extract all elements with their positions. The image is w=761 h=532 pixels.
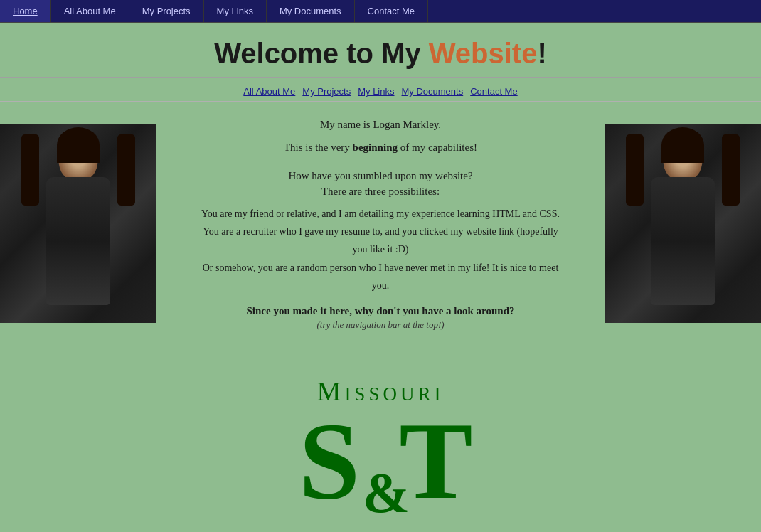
left-person-image (0, 124, 156, 323)
intro-suffix: of my capabilites! (398, 142, 477, 153)
list-item1: You are my friend or relative, and I am … (201, 208, 560, 219)
question-prefix: There are (321, 186, 365, 197)
nav-contact[interactable]: Contact Me (355, 0, 428, 22)
hair-long-left-right (626, 134, 644, 206)
welcome-prefix: Welcome to My (214, 38, 429, 69)
nav-projects[interactable]: My Projects (129, 0, 204, 22)
welcome-highlight: Website (429, 38, 538, 69)
right-image-container (605, 102, 761, 345)
hair-long-right-left (117, 134, 135, 206)
content-with-images: My name is Logan Markley. This is the ve… (0, 102, 761, 345)
sec-nav-about[interactable]: All About Me (243, 86, 295, 97)
hair-left (57, 127, 100, 163)
nav-links[interactable]: My Links (204, 0, 267, 22)
welcome-suffix: ! (537, 38, 546, 69)
list-item2: You are a recruiter who I gave my resume… (203, 226, 558, 255)
secondary-nav: All About Me My Projects My Links My Doc… (0, 78, 761, 102)
right-person-image (605, 124, 761, 323)
left-image-container (0, 102, 156, 345)
nav-home[interactable]: Home (0, 0, 51, 22)
mst-logo: Missouri S & T (281, 366, 480, 526)
page-title: Welcome to My Website! (0, 38, 761, 70)
hair-long-right-right (722, 134, 740, 206)
list-items: You are my friend or relative, and I am … (199, 205, 562, 294)
intro-line2: This is the very beginning of my capabil… (199, 139, 562, 156)
svg-text:S: S (299, 400, 360, 522)
cta-text: Since you made it here, why don't you ha… (199, 305, 562, 317)
logo-section: Missouri S & T (0, 345, 761, 532)
sec-nav-documents[interactable]: My Documents (402, 86, 464, 97)
intro-line1: My name is Logan Markley. (199, 116, 562, 133)
mst-svg: Missouri S & T (281, 366, 480, 523)
nav-about[interactable]: All About Me (51, 0, 129, 22)
text-content: My name is Logan Markley. This is the ve… (156, 102, 605, 345)
nav-documents[interactable]: My Documents (267, 0, 355, 22)
header-section: Welcome to My Website! (0, 23, 761, 78)
intro-bold: beginning (353, 142, 398, 153)
sec-nav-projects[interactable]: My Projects (302, 86, 351, 97)
list-item3: Or somehow, you are a random person who … (203, 262, 559, 291)
cta-hint: (try the navigation bar at the top!) (199, 319, 562, 331)
hair-right (661, 127, 704, 163)
svg-text:T: T (399, 400, 472, 522)
main-content: Welcome to My Website! All About Me My P… (0, 23, 761, 532)
question-line2: There are three possibilites: (199, 186, 562, 198)
hair-long-left (21, 134, 39, 206)
question-italic: three (365, 186, 386, 197)
sec-nav-links[interactable]: My Links (358, 86, 394, 97)
question-suffix: possibilites: (386, 186, 440, 197)
intro-prefix: This is the very (284, 142, 353, 153)
question-line1: How have you stumbled upon my website? (199, 170, 562, 182)
sec-nav-contact[interactable]: Contact Me (470, 86, 517, 97)
navbar: Home All About Me My Projects My Links M… (0, 0, 761, 23)
